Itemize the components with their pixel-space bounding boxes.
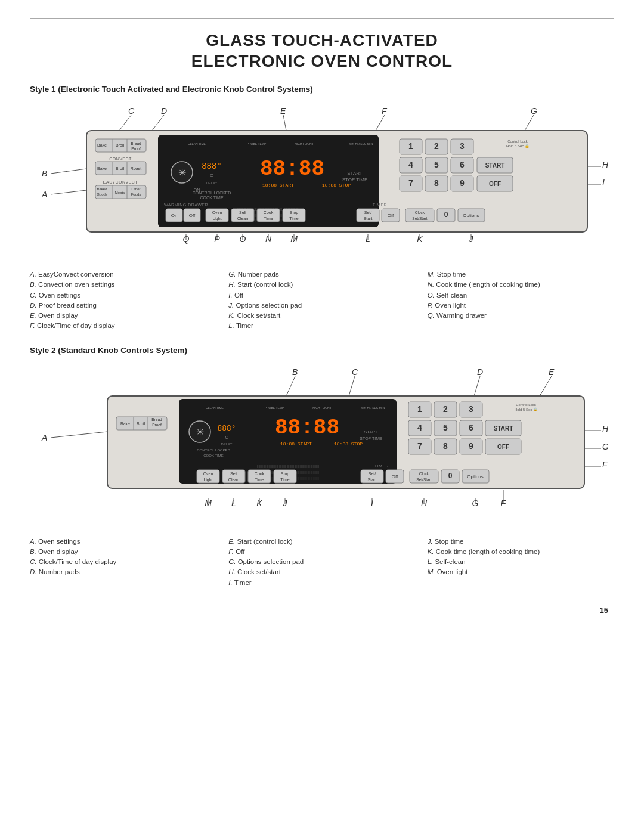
s2-callout-D: D — [477, 367, 483, 377]
s2-ctrl-lock-note: Control Lock — [516, 403, 537, 407]
legend-P: P. Oven light — [428, 301, 614, 311]
btn-cook-time-t1: Cook — [264, 210, 274, 215]
legend-G: G. Number pads — [228, 270, 415, 280]
control-lock-note1: Control Lock — [507, 140, 528, 143]
c-label: C — [210, 173, 213, 178]
s2-legend-G: G. Options selection pad — [228, 557, 415, 567]
callout-F: F — [382, 106, 388, 116]
delay-label: DELAY — [206, 181, 217, 185]
style1-svg: C D E F G B A H I — [30, 102, 614, 263]
btn-bake1[interactable]: Bake — [97, 143, 107, 147]
s2-legend-B: B. Oven display — [30, 547, 216, 557]
s2-label-min-hr: MIN HR SEC MIN — [361, 406, 385, 410]
legend-L: L. Timer — [228, 321, 415, 331]
btn-zero-text: 0 — [444, 210, 448, 219]
arrow-B — [51, 169, 86, 174]
fan-icon: ✳ — [178, 168, 186, 178]
s2-start-btn-t: START — [494, 425, 513, 432]
legend-I: I. Off — [228, 290, 415, 301]
s2-legend-M: M. Oven light — [428, 567, 614, 577]
s2-label-probe-temp: PROBE TEMP — [265, 406, 284, 410]
label-min-hr: MIN HR SEC MIN — [349, 142, 373, 145]
legend-H: H. Start (control lock) — [228, 280, 415, 290]
s2-sub-digits: 888° — [217, 424, 236, 433]
arrow-G — [525, 115, 534, 131]
callout-A: A — [41, 190, 47, 199]
label-night-light: NIGHT LIGHT — [295, 142, 314, 145]
s2-control-locked: CONTROL LOCKED — [197, 448, 230, 452]
s2-legend-A: A. Oven settings — [30, 537, 216, 547]
btn-broil2[interactable]: Broil — [116, 166, 124, 171]
btn-foods[interactable]: Foods — [131, 193, 141, 196]
callout-I: I — [602, 178, 605, 187]
style2-svg: B C D E A H G F Bake Broil — [30, 363, 614, 530]
s2-timer-label: TIMER — [374, 464, 389, 468]
style2-diagram: B C D E A H G F Bake Broil — [30, 363, 614, 532]
arrow-C — [119, 115, 131, 131]
btn-proof1[interactable]: Proof — [131, 147, 141, 151]
s2-label-night-light: NIGHT LIGHT — [312, 406, 332, 410]
arrow-A — [51, 190, 86, 194]
btn-goods[interactable]: Goods — [97, 193, 107, 196]
btn-broil1[interactable]: Broil — [116, 143, 124, 147]
s2-key-2-t: 2 — [443, 404, 448, 414]
s2-btn-oven-t2: Light — [203, 478, 212, 482]
style2-title: Style 2 (Standard Knob Controls System) — [30, 346, 614, 355]
s2-btn-bake[interactable]: Bake — [120, 422, 130, 426]
btn-options-text: Options — [463, 213, 479, 218]
s2-btn-bread[interactable]: Bread — [151, 417, 162, 422]
s2-btn-stop-t1: Stop — [281, 472, 290, 476]
btn-bake2[interactable]: Bake — [97, 166, 107, 171]
btn-self-clean-t2: Clean — [237, 216, 248, 221]
s2-arrow-A — [51, 432, 107, 438]
s2-legend-D: D. Number pads — [30, 567, 216, 577]
legend-col2: G. Number pads H. Start (control lock) I… — [228, 270, 415, 332]
s2-legend-J: J. Stop time — [428, 537, 614, 547]
btn-bread1[interactable]: Bread — [131, 141, 141, 145]
btn-clock-set-t2: Set/Start — [412, 216, 427, 221]
s2-legend-E: E. Start (control lock) — [228, 537, 415, 547]
s2-off-btn-t: OFF — [497, 444, 509, 450]
time-row1: 18:88 START — [262, 182, 294, 188]
style1-diagram: C D E F G B A H I — [30, 102, 614, 265]
btn-self-clean-t1: Self — [239, 210, 246, 215]
s2-btn-clock-t1: Clock — [419, 472, 429, 476]
callout-H: H — [602, 160, 609, 169]
legend-D: D. Proof bread setting — [30, 301, 216, 311]
s2-legend-L: L. Self-clean — [428, 557, 614, 567]
s2-legend-I: I. Timer — [228, 578, 415, 588]
easyconvect-label: EASYCONVECT — [103, 180, 138, 184]
btn-baked[interactable]: Baked — [97, 187, 107, 191]
btn-cook-time-t2: Time — [264, 216, 273, 221]
s2-delay-label: DELAY — [221, 442, 232, 446]
btn-meats[interactable]: Meats — [115, 191, 125, 194]
btn-oven-light-t2: Light — [212, 216, 221, 221]
callout-B: B — [42, 169, 47, 178]
style2-section: Style 2 (Standard Knob Controls System) … — [30, 346, 614, 588]
key-2-text: 2 — [434, 141, 439, 151]
key-9-text: 9 — [460, 178, 465, 188]
s2-btn-off-t: Off — [392, 474, 398, 479]
key-3-text: 3 — [460, 141, 465, 151]
label-probe-temp: PROBE TEMP — [247, 142, 267, 145]
btn-roast[interactable]: Roast — [131, 166, 141, 171]
s2-callout-G-r: G — [602, 442, 609, 451]
legend-col1: A. EasyConvect conversion B. Convection … — [30, 270, 216, 332]
btn-off2-text: Off — [189, 213, 196, 218]
s2-legend-col3: J. Stop time K. Cook time (length of coo… — [428, 537, 614, 588]
s2-legend-col1: A. Oven settings B. Oven display C. Cloc… — [30, 537, 216, 588]
s2-btn-broil[interactable]: Broil — [137, 422, 145, 426]
callout-E: E — [280, 106, 286, 116]
s2-key-9-t: 9 — [469, 441, 473, 451]
main-clock: 88:88 — [260, 157, 324, 181]
title-line2: ELECTRONIC OVEN CONTROL — [30, 51, 614, 72]
btn-off3-text: Off — [388, 213, 394, 218]
page-title: GLASS TOUCH-ACTIVATED ELECTRONIC OVEN CO… — [30, 30, 614, 72]
s2-key-7-t: 7 — [417, 441, 422, 451]
warming-drawer-label: WARMING DRAWER — [164, 203, 208, 207]
style1-section: Style 1 (Electronic Touch Activated and … — [30, 85, 614, 332]
s2-callout-B: B — [292, 367, 298, 377]
btn-other[interactable]: Other — [131, 187, 140, 191]
legend-col3: M. Stop time N. Cook time (length of coo… — [428, 270, 614, 332]
s2-btn-proof[interactable]: Proof — [152, 423, 162, 427]
